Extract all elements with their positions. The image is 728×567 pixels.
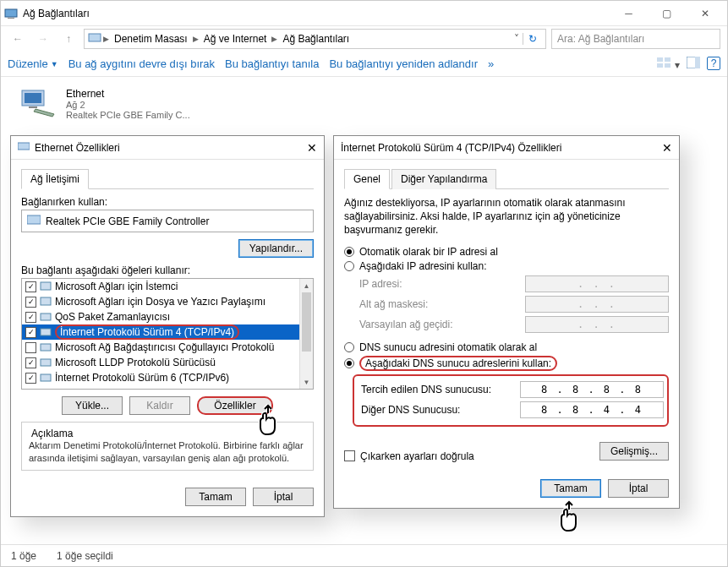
configure-button[interactable]: Yapılandır...: [238, 239, 314, 258]
chevron-right-icon: ▶: [191, 35, 200, 43]
ipv4-dialog-title: İnternet Protokolü Sürüm 4 (TCP/IPv4) Öz…: [341, 142, 561, 154]
chevron-right-icon: ▶: [270, 35, 279, 43]
list-item: ✓Microsoft LLDP Protokolü Sürücüsü: [22, 355, 313, 370]
nic-icon: [27, 214, 41, 228]
search-placeholder: Ara: Ağ Bağlantıları: [557, 33, 644, 45]
help-text: Ağınız destekliyorsa, IP ayarlarının oto…: [344, 196, 669, 237]
connect-using-label: Bağlanırken kullan:: [21, 196, 314, 208]
crumb-2[interactable]: Ağ ve Internet: [200, 33, 271, 45]
share-icon: [40, 296, 52, 308]
status-selected-count: 1 öğe seçildi: [57, 550, 113, 562]
app-icon: [4, 7, 18, 20]
radio-icon: [344, 358, 354, 368]
tab-networking[interactable]: Ağ İletişimi: [21, 169, 89, 189]
network-items-list[interactable]: ✓Microsoft Ağları için İstemci ✓Microsof…: [21, 278, 314, 390]
svg-rect-11: [29, 106, 37, 108]
checkbox[interactable]: ✓: [25, 373, 36, 384]
radio-icon: [344, 247, 354, 257]
checkbox[interactable]: ✓: [25, 312, 36, 323]
refresh-button[interactable]: ↻: [523, 33, 542, 45]
dns-pref-field[interactable]: 8 . 8 . 8 . 8: [520, 381, 664, 398]
connection-adapter: Realtek PCIe GBE Family C...: [66, 110, 190, 120]
adapter-field: Realtek PCIe GBE Family Controller: [21, 210, 314, 232]
properties-button[interactable]: Özellikler: [197, 396, 273, 415]
description-text: Aktarım Denetimi Protokolü/İnternet Prot…: [29, 439, 306, 465]
organize-menu[interactable]: Düzenle▼: [8, 57, 58, 70]
checkbox[interactable]: ✓: [25, 327, 36, 338]
list-item: Microsoft Ağ Bağdaştırıcısı Çoğullayıcı …: [22, 340, 313, 355]
checkbox[interactable]: ✓: [25, 297, 36, 308]
list-item-ipv4: ✓İnternet Protokolü Sürüm 4 (TCP/IPv4): [22, 324, 313, 340]
uninstall-button: Kaldır: [129, 396, 190, 415]
radio-ip-auto[interactable]: Otomatik olarak bir IP adresi al: [344, 246, 669, 258]
svg-rect-8: [695, 57, 700, 68]
breadcrumb[interactable]: ▶ Denetim Masası ▶ Ağ ve Internet ▶ Ağ B…: [84, 29, 546, 49]
ip-address-label: IP adresi:: [359, 278, 525, 290]
svg-rect-14: [41, 282, 51, 290]
connection-item-ethernet[interactable]: Ethernet Ağ 2 Realtek PCIe GBE Family C.…: [14, 84, 234, 124]
list-item: ✓Microsoft Ağları için İstemci: [22, 279, 313, 294]
cancel-button[interactable]: İptal: [253, 488, 314, 506]
protocol-icon: [40, 326, 52, 338]
gateway-field: . . .: [525, 316, 669, 333]
diagnose-connection[interactable]: Bu bağlantıyı tanıla: [225, 57, 319, 70]
svg-rect-20: [41, 374, 51, 381]
status-item-count: 1 öğe: [11, 550, 36, 562]
close-icon[interactable]: ✕: [662, 141, 672, 155]
subnet-label: Alt ağ maskesi:: [359, 298, 525, 310]
adapter-name: Realtek PCIe GBE Family Controller: [46, 215, 209, 227]
tab-general[interactable]: Genel: [344, 169, 390, 189]
list-item: ✓QoS Paket Zamanlayıcısı: [22, 309, 313, 324]
up-button[interactable]: ↑: [58, 29, 79, 49]
advanced-button[interactable]: Gelişmiş...: [599, 442, 669, 461]
ok-button[interactable]: Tamam: [185, 488, 246, 506]
qos-icon: [40, 311, 52, 323]
disable-device[interactable]: Bu ağ aygıtını devre dışı bırak: [68, 57, 215, 70]
svg-rect-0: [5, 9, 17, 17]
tab-alt-config[interactable]: Diğer Yapılandırma: [391, 169, 496, 189]
minimize-button[interactable]: ─: [610, 2, 648, 25]
description-title: Açıklama: [29, 428, 75, 439]
svg-rect-12: [18, 143, 30, 150]
svg-rect-17: [41, 329, 51, 335]
dns-alt-field[interactable]: 8 . 8 . 4 . 4: [520, 401, 664, 418]
checkbox[interactable]: ✓: [25, 281, 36, 292]
rename-connection[interactable]: Bu bağlantıyı yeniden adlandır: [329, 57, 478, 70]
close-icon[interactable]: ✕: [307, 141, 317, 155]
svg-rect-15: [41, 297, 51, 305]
dns-alt-label: Diğer DNS Sunucusu:: [361, 404, 520, 416]
ok-button[interactable]: Tamam: [540, 479, 601, 498]
radio-ip-manual[interactable]: Aşağıdaki IP adresini kullan:: [344, 260, 669, 272]
validate-checkbox[interactable]: [344, 450, 355, 461]
scrollbar[interactable]: ▲ ▼: [299, 279, 313, 389]
help-icon[interactable]: ?: [707, 57, 720, 70]
crumb-3[interactable]: Ağ Bağlantıları: [279, 33, 353, 45]
view-options-icon[interactable]: ▾: [657, 57, 680, 71]
maximize-button[interactable]: ▢: [648, 2, 686, 25]
preview-pane-icon[interactable]: [687, 57, 700, 71]
radio-dns-manual[interactable]: Aşağıdaki DNS sunucu adreslerini kullan:: [344, 356, 669, 371]
checkbox[interactable]: ✓: [25, 357, 36, 368]
client-icon: [40, 281, 52, 292]
close-button[interactable]: ✕: [686, 2, 724, 25]
ethernet-icon: [19, 88, 59, 118]
more-menu[interactable]: »: [488, 57, 494, 70]
protocol-icon: [40, 372, 52, 384]
checkbox[interactable]: [25, 342, 36, 353]
cancel-button[interactable]: İptal: [608, 479, 669, 498]
connection-name: Ethernet: [66, 88, 190, 100]
breadcrumb-dropdown[interactable]: ˅: [511, 33, 523, 45]
search-input[interactable]: Ara: Ağ Bağlantıları: [551, 29, 720, 49]
items-label: Bu bağlantı aşağıdaki öğeleri kullanır:: [21, 264, 314, 276]
protocol-icon: [40, 341, 52, 353]
radio-dns-auto[interactable]: DNS sunucu adresini otomatik olarak al: [344, 341, 669, 353]
ethernet-icon: [18, 140, 30, 155]
back-button[interactable]: ←: [8, 29, 28, 49]
subnet-field: . . .: [525, 296, 669, 313]
crumb-1[interactable]: Denetim Masası: [111, 33, 191, 45]
forward-button[interactable]: →: [33, 29, 53, 49]
nic-icon: [88, 31, 101, 47]
install-button[interactable]: Yükle...: [62, 396, 123, 415]
list-item: ✓Microsoft Ağları için Dosya ve Yazıcı P…: [22, 294, 313, 309]
svg-rect-13: [27, 215, 41, 224]
